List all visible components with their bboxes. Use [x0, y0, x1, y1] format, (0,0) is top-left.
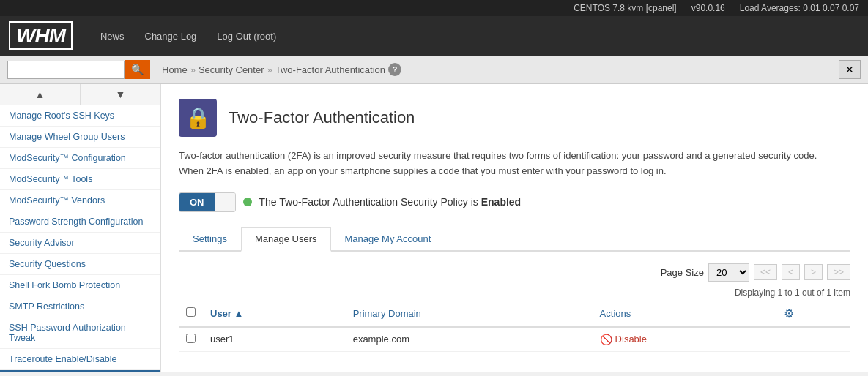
sidebar-item-modsecurity-configuration[interactable]: ModSecurity™ Configuration [0, 148, 160, 169]
col-header-gear: ⚙ [776, 301, 850, 327]
description: Two-factor authentication (2FA) is an im… [179, 148, 838, 179]
tabs: Settings Manage Users Manage My Account [179, 227, 850, 252]
sidebar-item-password-strength-configuration[interactable]: Password Strength Configuration [0, 211, 160, 233]
disable-label: Disable [615, 334, 647, 345]
search-wrap: 🔍 [7, 60, 150, 79]
table-row: user1 example.com 🚫 Disable [179, 327, 850, 352]
2fa-toggle[interactable]: ON [179, 192, 236, 212]
version: v90.0.16 [691, 3, 725, 13]
nav-changelog[interactable]: Change Log [135, 26, 207, 46]
sidebar-item-ssh-password-authorization-tweak[interactable]: SSH Password Authorization Tweak [0, 317, 160, 349]
gear-icon-button[interactable]: ⚙ [784, 307, 794, 320]
pager-first[interactable]: << [754, 264, 777, 280]
disable-icon: 🚫 [600, 334, 612, 345]
breadcrumb: Home » Security Center » Two-Factor Auth… [150, 63, 839, 76]
page-title: Two-Factor Authentication [229, 108, 415, 127]
tab-manage-my-account[interactable]: Manage My Account [331, 227, 445, 252]
disable-link[interactable]: 🚫 Disable [600, 334, 769, 345]
breadcrumb-current: Two-Factor Authentication [275, 64, 385, 75]
row-primary-domain: example.com [346, 327, 593, 352]
nav-logout[interactable]: Log Out (root) [207, 26, 286, 46]
breadcrumb-home[interactable]: Home [162, 64, 188, 75]
toggle-off-label [215, 193, 235, 211]
search-bar: 🔍 Home » Security Center » Two-Factor Au… [0, 56, 868, 84]
main-content: 🔒 Two-Factor Authentication Two-factor a… [161, 84, 868, 372]
status-dot [243, 198, 252, 206]
col-header-checkbox [179, 301, 203, 327]
help-icon[interactable]: ? [388, 63, 401, 76]
tab-manage-users[interactable]: Manage Users [241, 227, 331, 252]
scroll-down-button[interactable]: ▼ [81, 84, 160, 105]
row-checkbox-cell [179, 327, 203, 352]
status-text-prefix: The Two-Factor Authentication Security P… [259, 196, 478, 208]
table-controls: Page Size 20 10 50 100 << < > >> [179, 263, 850, 282]
data-table: User ▲ Primary Domain Actions ⚙ [179, 301, 850, 352]
displaying-text: Displaying 1 to 1 out of 1 item [179, 287, 850, 298]
select-all-checkbox[interactable] [186, 307, 196, 317]
search-input[interactable] [7, 61, 125, 79]
tab-settings[interactable]: Settings [179, 227, 241, 252]
status-row: ON The Two-Factor Authentication Securit… [179, 192, 850, 212]
status-value: Enabled [481, 196, 521, 208]
sidebar-item-smtp-restrictions[interactable]: SMTP Restrictions [0, 296, 160, 317]
toggle-on-label: ON [179, 193, 215, 211]
col-header-primary-domain: Primary Domain [346, 301, 593, 327]
row-gear-cell [776, 327, 850, 352]
row-actions: 🚫 Disable [593, 327, 776, 352]
breadcrumb-security-center[interactable]: Security Center [199, 64, 264, 75]
sidebar-item-modsecurity-tools[interactable]: ModSecurity™ Tools [0, 169, 160, 190]
search-button[interactable]: 🔍 [125, 60, 150, 79]
page-header: 🔒 Two-Factor Authentication [179, 99, 850, 137]
sidebar-item-modsecurity-vendors[interactable]: ModSecurity™ Vendors [0, 190, 160, 211]
page-size-select[interactable]: 20 10 50 100 [708, 263, 749, 282]
layout: ▲ ▼ Manage Root's SSH Keys Manage Wheel … [0, 84, 868, 372]
header-nav: WHM News Change Log Log Out (root) [0, 16, 868, 56]
pager-last[interactable]: >> [827, 264, 850, 280]
sidebar-item-traceroute-enable-disable[interactable]: Traceroute Enable/Disable [0, 349, 160, 370]
col-header-user[interactable]: User ▲ [203, 301, 346, 327]
sidebar-item-manage-roots-ssh-keys[interactable]: Manage Root's SSH Keys [0, 105, 160, 127]
pager-prev[interactable]: < [782, 264, 800, 280]
status-text: The Two-Factor Authentication Security P… [259, 196, 522, 208]
sidebar-item-security-questions[interactable]: Security Questions [0, 254, 160, 275]
lock-icon: 🔒 [179, 99, 217, 137]
sidebar-item-shell-fork-bomb-protection[interactable]: Shell Fork Bomb Protection [0, 275, 160, 296]
nav-links: News Change Log Log Out (root) [90, 26, 286, 46]
close-button[interactable]: ✕ [839, 60, 861, 79]
page-size-label: Page Size [661, 267, 704, 278]
row-checkbox[interactable] [186, 334, 196, 343]
sidebar-item-security-advisor[interactable]: Security Advisor [0, 233, 160, 254]
row-user: user1 [203, 327, 346, 352]
sidebar: ▲ ▼ Manage Root's SSH Keys Manage Wheel … [0, 84, 161, 372]
logo-text: WHM [9, 21, 73, 50]
scroll-up-button[interactable]: ▲ [0, 84, 81, 105]
pager-next[interactable]: > [804, 264, 823, 280]
col-header-actions: Actions [593, 301, 776, 327]
load-averages: Load Averages: 0.01 0.07 0.07 [740, 3, 859, 13]
logo: WHM [9, 24, 73, 48]
top-bar: CENTOS 7.8 kvm [cpanel] v90.0.16 Load Av… [0, 0, 868, 16]
sidebar-item-two-factor-authentication[interactable]: Two-Factor Authentication [0, 370, 160, 372]
sidebar-scroll-buttons: ▲ ▼ [0, 84, 160, 105]
sidebar-item-manage-wheel-group-users[interactable]: Manage Wheel Group Users [0, 127, 160, 148]
nav-news[interactable]: News [90, 26, 135, 46]
server-info: CENTOS 7.8 kvm [cpanel] [574, 3, 677, 13]
